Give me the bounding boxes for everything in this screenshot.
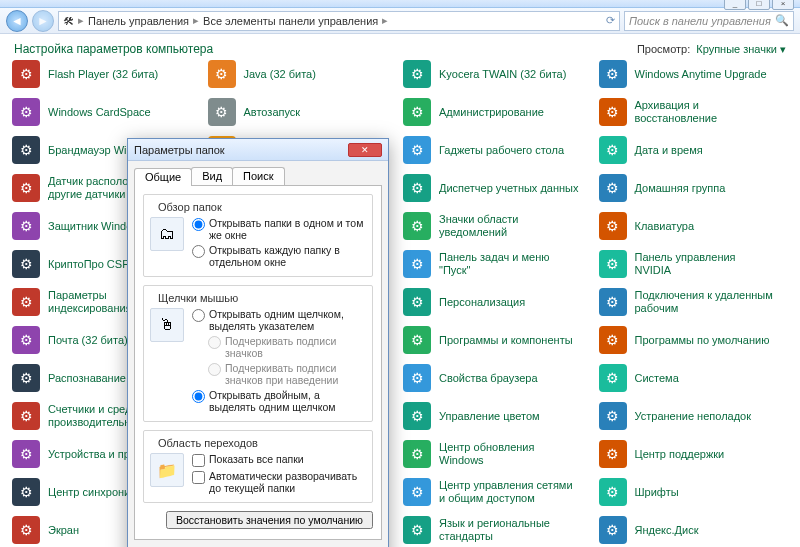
item-icon: ⚙ — [599, 326, 627, 354]
control-panel-item[interactable]: ⚙Подключения к удаленным рабочим — [599, 288, 789, 316]
control-panel-item[interactable]: ⚙Значки области уведомлений — [403, 212, 593, 240]
control-panel-item[interactable]: ⚙Яндекс.Диск — [599, 516, 789, 544]
control-panel-item[interactable]: ⚙Персонализация — [403, 288, 593, 316]
radio-double-click[interactable]: Открывать двойным, а выделять одним щелч… — [192, 389, 366, 413]
refresh-button[interactable]: ⟳ — [606, 14, 615, 27]
control-panel-item[interactable]: ⚙Центр поддержки — [599, 440, 789, 468]
item-icon: ⚙ — [208, 60, 236, 88]
control-panel-item[interactable]: ⚙Свойства браузера — [403, 364, 593, 392]
item-icon: ⚙ — [403, 174, 431, 202]
breadcrumb-level2[interactable]: Все элементы панели управления — [203, 15, 378, 27]
item-icon: ⚙ — [12, 478, 40, 506]
minimize-button[interactable]: _ — [724, 0, 746, 10]
control-panel-item[interactable]: ⚙Автозапуск — [208, 98, 398, 126]
control-panel-item[interactable]: ⚙Программы и компоненты — [403, 326, 593, 354]
item-icon: ⚙ — [12, 402, 40, 430]
control-panel-item[interactable]: ⚙Программы по умолчанию — [599, 326, 789, 354]
check-auto-expand[interactable]: Автоматически разворачивать до текущей п… — [192, 470, 366, 494]
control-panel-item[interactable]: ⚙Java (32 бита) — [208, 60, 398, 88]
item-icon: ⚙ — [599, 98, 627, 126]
item-icon: ⚙ — [403, 60, 431, 88]
dialog-titlebar[interactable]: Параметры папок ✕ — [128, 139, 388, 161]
radio-new-window[interactable]: Открывать каждую папку в отдельном окне — [192, 244, 366, 268]
control-panel-item[interactable]: ⚙Панель задач и меню "Пуск" — [403, 250, 593, 278]
forward-button[interactable]: ► — [32, 10, 54, 32]
item-label: Панель задач и меню "Пуск" — [439, 251, 579, 276]
search-input[interactable]: Поиск в панели управления 🔍 — [624, 11, 794, 31]
control-panel-item[interactable]: ⚙Центр управления сетями и общим доступо… — [403, 478, 593, 506]
item-label: Программы и компоненты — [439, 334, 573, 347]
radio-underline-hover: Подчеркивать подписи значков при наведен… — [208, 362, 366, 386]
radio-single-click[interactable]: Открывать одним щелчком, выделять указат… — [192, 308, 366, 332]
item-label: Автозапуск — [244, 106, 301, 119]
view-selector[interactable]: Крупные значки ▾ — [696, 43, 786, 56]
control-panel-item[interactable]: ⚙Дата и время — [599, 136, 789, 164]
item-label: Клавиатура — [635, 220, 695, 233]
control-panel-item[interactable]: ⚙Система — [599, 364, 789, 392]
control-panel-item[interactable]: ⚙Администрирование — [403, 98, 593, 126]
control-panel-item[interactable]: ⚙Flash Player (32 бита) — [12, 60, 202, 88]
breadcrumb-icon: 🛠 — [63, 15, 74, 27]
group-nav-legend: Область переходов — [154, 437, 262, 449]
back-button[interactable]: ◄ — [6, 10, 28, 32]
radio-same-window[interactable]: Открывать папки в одном и том же окне — [192, 217, 366, 241]
item-icon: ⚙ — [403, 326, 431, 354]
control-panel-item[interactable]: ⚙Клавиатура — [599, 212, 789, 240]
item-label: Центр поддержки — [635, 448, 725, 461]
nav-pane-icon: 📁 — [150, 453, 184, 487]
item-label: Java (32 бита) — [244, 68, 316, 81]
item-label: Гаджеты рабочего стола — [439, 144, 564, 157]
item-label: Windows Anytime Upgrade — [635, 68, 767, 81]
item-icon: ⚙ — [12, 250, 40, 278]
item-icon: ⚙ — [12, 136, 40, 164]
item-icon: ⚙ — [599, 212, 627, 240]
item-icon: ⚙ — [599, 440, 627, 468]
item-label: Устранение неполадок — [635, 410, 752, 423]
item-label: Kyocera TWAIN (32 бита) — [439, 68, 566, 81]
control-panel-item[interactable]: ⚙Язык и региональные стандарты — [403, 516, 593, 544]
item-icon: ⚙ — [599, 288, 627, 316]
control-panel-item[interactable]: ⚙Гаджеты рабочего стола — [403, 136, 593, 164]
control-panel-item[interactable]: ⚙Шрифты — [599, 478, 789, 506]
item-icon: ⚙ — [403, 364, 431, 392]
item-label: Архивация и восстановление — [635, 99, 775, 124]
item-icon: ⚙ — [12, 212, 40, 240]
breadcrumb[interactable]: 🛠 ▸ Панель управления ▸ Все элементы пан… — [58, 11, 620, 31]
breadcrumb-level1[interactable]: Панель управления — [88, 15, 189, 27]
tab-view[interactable]: Вид — [191, 167, 233, 185]
item-icon: ⚙ — [403, 402, 431, 430]
control-panel-item[interactable]: ⚙Диспетчер учетных данных — [403, 174, 593, 202]
dialog-close-button[interactable]: ✕ — [348, 143, 382, 157]
control-panel-item[interactable]: ⚙Архивация и восстановление — [599, 98, 789, 126]
item-icon: ⚙ — [403, 516, 431, 544]
item-icon: ⚙ — [599, 364, 627, 392]
tab-search[interactable]: Поиск — [232, 167, 284, 185]
item-label: Центр обновления Windows — [439, 441, 579, 466]
restore-defaults-button[interactable]: Восстановить значения по умолчанию — [166, 511, 373, 529]
control-panel-item[interactable]: ⚙Windows Anytime Upgrade — [599, 60, 789, 88]
item-label: Домашняя группа — [635, 182, 726, 195]
item-icon: ⚙ — [403, 250, 431, 278]
close-button[interactable]: × — [772, 0, 794, 10]
control-panel-item[interactable]: ⚙Центр обновления Windows — [403, 440, 593, 468]
control-panel-item[interactable]: ⚙Панель управления NVIDIA — [599, 250, 789, 278]
item-icon: ⚙ — [12, 60, 40, 88]
control-panel-item[interactable]: ⚙Windows CardSpace — [12, 98, 202, 126]
control-panel-item[interactable]: ⚙Kyocera TWAIN (32 бита) — [403, 60, 593, 88]
control-panel-item[interactable]: ⚙Домашняя группа — [599, 174, 789, 202]
item-icon: ⚙ — [12, 288, 40, 316]
maximize-button[interactable]: □ — [748, 0, 770, 10]
page-title: Настройка параметров компьютера — [14, 42, 213, 56]
item-icon: ⚙ — [403, 288, 431, 316]
control-panel-item[interactable]: ⚙Устранение неполадок — [599, 402, 789, 430]
control-panel-item[interactable]: ⚙Управление цветом — [403, 402, 593, 430]
item-icon: ⚙ — [403, 98, 431, 126]
item-icon: ⚙ — [403, 212, 431, 240]
item-label: Панель управления NVIDIA — [635, 251, 775, 276]
check-show-all-folders[interactable]: Показать все папки — [192, 453, 366, 467]
item-label: Яндекс.Диск — [635, 524, 699, 537]
tab-general[interactable]: Общие — [134, 168, 192, 186]
item-icon: ⚙ — [599, 174, 627, 202]
window-titlebar: _ □ × — [0, 0, 800, 8]
folder-options-dialog: Параметры папок ✕ Общие Вид Поиск Обзор … — [127, 138, 389, 547]
